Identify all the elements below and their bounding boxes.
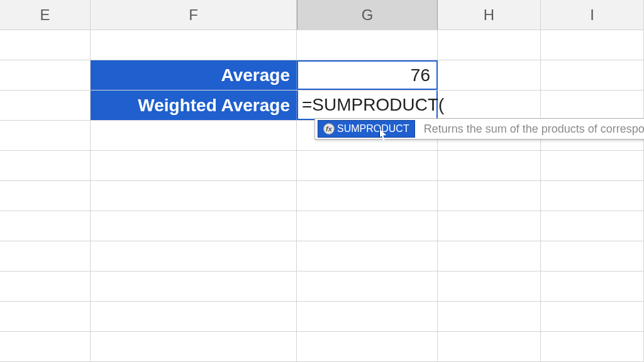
cell-H9[interactable] (438, 272, 541, 301)
cell-I8[interactable] (541, 241, 644, 271)
autocomplete-fn-name: SUMPRODUCT (337, 123, 409, 134)
cell-H10[interactable] (438, 302, 541, 331)
cell-H11[interactable] (438, 332, 541, 361)
cell-G2[interactable]: 76 (297, 60, 438, 90)
cell-E11[interactable] (0, 332, 91, 361)
cell-H2[interactable] (438, 60, 541, 90)
cell-E8[interactable] (0, 241, 91, 271)
cell-F10[interactable] (91, 302, 297, 331)
row-9 (0, 272, 644, 302)
cell-G8[interactable] (297, 241, 438, 271)
cell-G10[interactable] (297, 302, 438, 331)
cell-I1[interactable] (541, 30, 644, 60)
col-header-I[interactable]: I (541, 0, 644, 30)
cell-G11[interactable] (297, 332, 438, 361)
cell-F11[interactable] (91, 332, 297, 361)
cell-I2[interactable] (541, 60, 644, 90)
row-8 (0, 241, 644, 272)
formula-autocomplete-tooltip[interactable]: fx SUMPRODUCT Returns the sum of the pro… (314, 118, 644, 140)
cell-I11[interactable] (541, 332, 644, 361)
cell-E7[interactable] (0, 211, 91, 241)
cell-E10[interactable] (0, 302, 91, 331)
cell-I9[interactable] (541, 272, 644, 301)
cell-E4[interactable] (0, 121, 91, 150)
cell-E3[interactable] (0, 90, 91, 120)
cell-F5[interactable] (91, 151, 297, 180)
row-3: Weighted Average =SUMPRODUCT( (0, 90, 644, 121)
cell-G1[interactable] (297, 30, 438, 60)
cell-H7[interactable] (438, 211, 541, 241)
cell-F6[interactable] (91, 181, 297, 211)
cell-H6[interactable] (438, 181, 541, 211)
column-headers-row: E F G H I (0, 0, 644, 30)
cell-G3-formula-input[interactable]: =SUMPRODUCT( (297, 90, 438, 120)
row-5 (0, 151, 644, 181)
autocomplete-description: Returns the sum of the products of corre… (418, 119, 644, 139)
cell-E1[interactable] (0, 30, 91, 60)
cell-H1[interactable] (438, 30, 541, 60)
cell-F2[interactable]: Average (91, 60, 297, 90)
row-1 (0, 30, 644, 60)
cell-H5[interactable] (438, 151, 541, 180)
row-2: Average 76 (0, 60, 644, 90)
col-header-F[interactable]: F (91, 0, 297, 30)
col-header-H[interactable]: H (438, 0, 541, 30)
cell-I7[interactable] (541, 211, 644, 241)
cell-I5[interactable] (541, 151, 644, 180)
cell-G9[interactable] (297, 272, 438, 301)
cell-E2[interactable] (0, 60, 91, 90)
row-11 (0, 332, 644, 362)
col-header-G[interactable]: G (297, 0, 438, 30)
cell-F9[interactable] (91, 272, 297, 301)
cell-G5[interactable] (297, 151, 438, 180)
cell-F4[interactable] (91, 121, 297, 150)
fx-icon: fx (323, 123, 335, 134)
grid: Average 76 Weighted Average =SUMPRODUCT( (0, 30, 644, 362)
cell-I6[interactable] (541, 181, 644, 211)
row-10 (0, 302, 644, 332)
cell-F7[interactable] (91, 211, 297, 241)
cell-G7[interactable] (297, 211, 438, 241)
cell-E9[interactable] (0, 272, 91, 301)
row-7 (0, 211, 644, 241)
cell-F3[interactable]: Weighted Average (91, 90, 297, 120)
cell-E5[interactable] (0, 151, 91, 180)
autocomplete-item-sumproduct[interactable]: fx SUMPRODUCT (318, 120, 415, 138)
cell-F1[interactable] (91, 30, 297, 60)
cell-I3[interactable] (541, 90, 644, 120)
cell-F8[interactable] (91, 241, 297, 271)
cell-H8[interactable] (438, 241, 541, 271)
spreadsheet: E F G H I Average 76 Weighted Average =S… (0, 0, 644, 362)
cell-H3[interactable] (438, 90, 541, 120)
col-header-E[interactable]: E (0, 0, 91, 30)
cell-E6[interactable] (0, 181, 91, 211)
cell-G6[interactable] (297, 181, 438, 211)
cell-I10[interactable] (541, 302, 644, 331)
row-6 (0, 181, 644, 211)
